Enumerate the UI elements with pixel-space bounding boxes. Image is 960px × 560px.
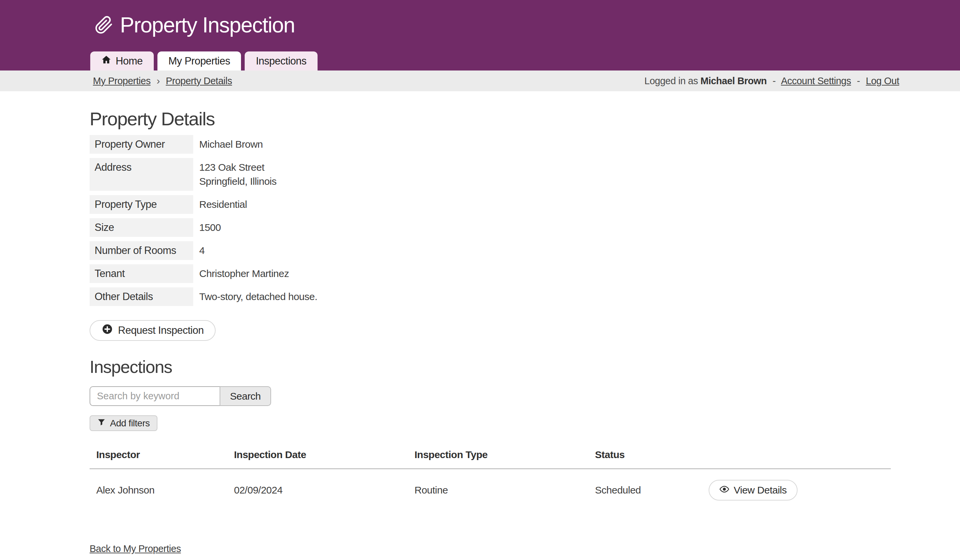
detail-row: Size 1500 [90, 218, 960, 237]
detail-value: Residential [193, 195, 247, 214]
request-inspection-button[interactable]: Request Inspection [90, 320, 216, 341]
column-header-status: Status [588, 449, 702, 460]
cell-inspector: Alex Johnson [90, 485, 227, 496]
section-heading-inspections: Inspections [90, 357, 960, 377]
detail-row: Property Type Residential [90, 195, 960, 214]
detail-row: Tenant Christopher Martinez [90, 264, 960, 283]
detail-value: Christopher Martinez [193, 264, 289, 283]
detail-row: Property Owner Michael Brown [90, 135, 960, 154]
log-out-link[interactable]: Log Out [866, 75, 899, 86]
cell-inspection-type: Routine [408, 485, 588, 496]
detail-value: Michael Brown [193, 135, 263, 154]
detail-label: Number of Rooms [90, 241, 193, 260]
page-title: Property Inspection [120, 13, 295, 37]
app-header: Property Inspection Home My Properties I… [0, 0, 960, 70]
search-button[interactable]: Search [219, 386, 271, 406]
search-input[interactable] [90, 386, 219, 406]
inspections-table: Inspector Inspection Date Inspection Typ… [90, 449, 891, 501]
table-row: Alex Johnson 02/09/2024 Routine Schedule… [90, 480, 891, 501]
session-info: Logged in as Michael Brown - Account Set… [645, 75, 899, 86]
property-details-table: Property Owner Michael Brown Address 123… [90, 135, 960, 306]
table-header-divider [90, 469, 891, 469]
column-header-inspector: Inspector [90, 449, 227, 460]
tab-label: My Properties [168, 55, 230, 67]
tab-label: Inspections [256, 55, 306, 67]
tab-inspections[interactable]: Inspections [245, 51, 317, 70]
view-details-label: View Details [734, 485, 787, 496]
breadcrumb-link-property-details[interactable]: Property Details [166, 75, 232, 86]
app-title-row: Property Inspection [0, 0, 960, 37]
eye-icon [719, 484, 730, 496]
detail-row: Address 123 Oak Street Springfield, Illi… [90, 158, 960, 191]
breadcrumb: My Properties › Property Details [93, 75, 232, 86]
back-to-my-properties-link[interactable]: Back to My Properties [90, 543, 181, 554]
add-filters-label: Add filters [110, 418, 150, 429]
detail-label: Tenant [90, 264, 193, 283]
filter-icon [97, 418, 106, 429]
address-line-1: 123 Oak Street [199, 160, 277, 174]
cell-actions: View Details [702, 480, 891, 501]
detail-value: 4 [193, 241, 205, 260]
main-content: Property Details Property Owner Michael … [0, 108, 960, 554]
detail-label: Property Owner [90, 135, 193, 154]
column-header-inspection-date: Inspection Date [227, 449, 408, 460]
tab-label: Home [116, 55, 143, 67]
session-username: Michael Brown [701, 75, 767, 86]
separator: - [857, 75, 860, 86]
detail-row: Number of Rooms 4 [90, 241, 960, 260]
nav-tabs: Home My Properties Inspections [90, 51, 318, 70]
detail-label: Address [90, 158, 193, 191]
cell-status: Scheduled [588, 485, 702, 496]
detail-value: Two-story, detached house. [193, 287, 317, 306]
breadcrumb-bar: My Properties › Property Details Logged … [0, 70, 960, 91]
search-bar: Search [90, 386, 960, 406]
separator: - [773, 75, 776, 86]
home-icon [101, 55, 111, 67]
detail-label: Other Details [90, 287, 193, 306]
detail-label: Size [90, 218, 193, 237]
tab-home[interactable]: Home [90, 51, 154, 70]
detail-row: Other Details Two-story, detached house. [90, 287, 960, 306]
session-prefix: Logged in as [645, 75, 698, 86]
column-header-inspection-type: Inspection Type [408, 449, 588, 460]
tab-my-properties[interactable]: My Properties [157, 51, 242, 70]
paperclip-icon [94, 16, 113, 34]
cell-inspection-date: 02/09/2024 [227, 485, 408, 496]
chevron-right-icon: › [157, 75, 160, 86]
breadcrumb-link-my-properties[interactable]: My Properties [93, 75, 150, 86]
request-inspection-label: Request Inspection [118, 324, 203, 337]
detail-value: 1500 [193, 218, 221, 237]
address-line-2: Springfield, Illinois [199, 174, 277, 188]
detail-label: Property Type [90, 195, 193, 214]
inspections-table-header: Inspector Inspection Date Inspection Typ… [90, 449, 891, 460]
section-heading-property-details: Property Details [90, 108, 960, 130]
detail-value: 123 Oak Street Springfield, Illinois [193, 158, 277, 191]
account-settings-link[interactable]: Account Settings [781, 75, 851, 86]
add-filters-button[interactable]: Add filters [90, 415, 157, 431]
plus-circle-icon [102, 324, 113, 337]
view-details-button[interactable]: View Details [709, 480, 798, 501]
